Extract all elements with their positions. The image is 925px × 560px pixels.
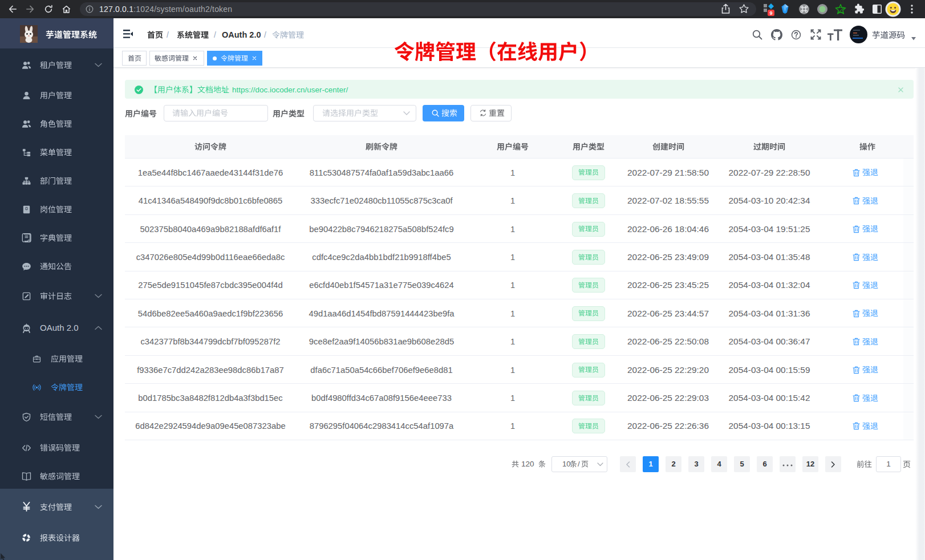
- svg-text:9: 9: [769, 10, 772, 16]
